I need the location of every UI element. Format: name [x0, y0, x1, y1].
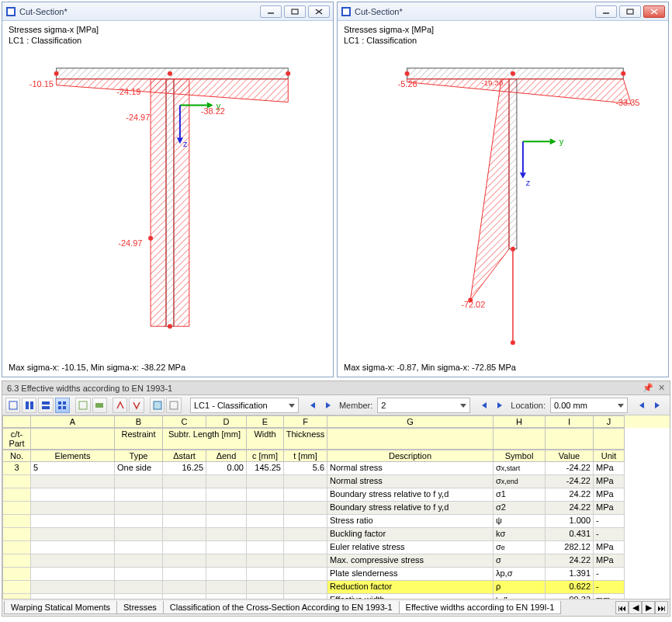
cell-unit[interactable]: MPa — [594, 462, 625, 475]
cell[interactable] — [163, 502, 206, 515]
next-lc-button[interactable] — [322, 399, 334, 412]
prev-location-button[interactable] — [636, 399, 648, 412]
cell-value[interactable]: 24.22 — [546, 488, 594, 502]
cell[interactable] — [115, 554, 163, 568]
cell[interactable] — [206, 502, 247, 515]
cell[interactable] — [206, 475, 247, 488]
cell[interactable] — [247, 568, 284, 581]
cell-description[interactable]: Plate slenderness — [327, 568, 494, 581]
cell[interactable] — [247, 475, 284, 488]
cell[interactable] — [247, 528, 284, 541]
toolbar-btn-5[interactable] — [75, 398, 90, 413]
cell[interactable] — [163, 488, 206, 502]
cell-symbol[interactable]: ρ — [494, 581, 546, 594]
cell-unit[interactable]: - — [594, 568, 625, 581]
cell-value[interactable]: 282.12 — [546, 541, 594, 554]
row-header[interactable]: 3 — [2, 462, 31, 475]
cell-description[interactable]: Max. compressive stress — [327, 554, 494, 568]
cell[interactable]: 5.6 — [284, 462, 327, 475]
scroll-first-icon[interactable]: ⏮ — [615, 601, 629, 614]
cell[interactable] — [247, 581, 284, 594]
cell-description[interactable]: Boundary stress relative to f y,d — [327, 502, 494, 515]
tab-warping[interactable]: Warping Statical Moments — [4, 601, 117, 614]
cell-value[interactable]: 0.431 — [546, 528, 594, 541]
toolbar-btn-10[interactable] — [166, 398, 181, 413]
cell[interactable] — [31, 528, 115, 541]
cell[interactable] — [284, 554, 327, 568]
cell[interactable] — [247, 554, 284, 568]
cell-description[interactable]: Stress ratio — [327, 515, 494, 528]
row-header[interactable] — [2, 488, 31, 502]
row-header[interactable] — [2, 528, 31, 541]
maximize-button[interactable] — [619, 5, 641, 18]
cell[interactable] — [284, 475, 327, 488]
cell[interactable] — [206, 488, 247, 502]
pin-icon[interactable]: 📌 — [643, 383, 653, 393]
cell[interactable] — [163, 515, 206, 528]
cell[interactable] — [115, 502, 163, 515]
scroll-last-icon[interactable]: ⏭ — [655, 601, 668, 614]
cell[interactable] — [31, 502, 115, 515]
cell[interactable]: 5 — [31, 462, 115, 475]
loadcase-combo[interactable]: LC1 - Classification — [187, 398, 302, 413]
cell[interactable] — [31, 488, 115, 502]
row-header[interactable] — [2, 554, 31, 568]
close-button[interactable] — [308, 5, 330, 18]
row-header[interactable] — [2, 581, 31, 594]
cell-value[interactable]: 24.22 — [546, 502, 594, 515]
toolbar-btn-9[interactable] — [150, 398, 165, 413]
cell[interactable] — [31, 475, 115, 488]
cell[interactable] — [163, 554, 206, 568]
cell[interactable] — [247, 488, 284, 502]
cell[interactable] — [284, 568, 327, 581]
titlebar[interactable]: Cut-Section* — [2, 2, 333, 21]
panel-header[interactable]: 6.3 Effective widths according to EN 199… — [2, 381, 670, 395]
cell[interactable] — [115, 515, 163, 528]
cell[interactable] — [206, 515, 247, 528]
minimize-button[interactable] — [260, 5, 282, 18]
cell-symbol[interactable]: σe — [494, 541, 546, 554]
cell-symbol[interactable]: kσ — [494, 528, 546, 541]
cell-description[interactable]: Buckling factor — [327, 528, 494, 541]
cell-value[interactable]: 0.622 — [546, 581, 594, 594]
cell-unit[interactable]: MPa — [594, 554, 625, 568]
member-combo[interactable]: 2 — [374, 398, 473, 413]
cell-unit[interactable]: MPa — [594, 541, 625, 554]
row-header[interactable] — [2, 502, 31, 515]
cell[interactable] — [115, 568, 163, 581]
cell[interactable] — [163, 541, 206, 554]
sheet-body[interactable]: 35One side16.250.00145.255.6Normal stres… — [2, 462, 670, 599]
scroll-prev-icon[interactable]: ◀ — [629, 601, 642, 614]
cell[interactable] — [115, 488, 163, 502]
tab-effective-widths[interactable]: Effective widths according to EN 199I-1 — [399, 601, 562, 614]
cell-value[interactable]: -24.22 — [546, 475, 594, 488]
cell[interactable] — [284, 541, 327, 554]
row-header[interactable] — [2, 541, 31, 554]
cell[interactable] — [31, 581, 115, 594]
cell-symbol[interactable]: σx,start — [494, 462, 546, 475]
cell[interactable] — [247, 515, 284, 528]
cell-description[interactable]: Boundary stress relative to f y,d — [327, 488, 494, 502]
row-header[interactable] — [2, 475, 31, 488]
cell-unit[interactable]: MPa — [594, 502, 625, 515]
cell-value[interactable]: 1.000 — [546, 515, 594, 528]
cell-unit[interactable]: - — [594, 581, 625, 594]
location-combo[interactable]: 0.00 mm — [547, 398, 631, 413]
cell[interactable] — [284, 488, 327, 502]
cell[interactable] — [206, 541, 247, 554]
next-location-button[interactable] — [651, 399, 663, 412]
cell-unit[interactable]: MPa — [594, 488, 625, 502]
cell[interactable]: 145.25 — [247, 462, 284, 475]
tab-classification[interactable]: Classification of the Cross-Section Acco… — [163, 601, 400, 614]
prev-member-button[interactable] — [478, 399, 490, 412]
next-member-button[interactable] — [494, 399, 506, 412]
cell[interactable] — [206, 568, 247, 581]
cell[interactable] — [31, 568, 115, 581]
toolbar-btn-4[interactable] — [55, 398, 70, 413]
titlebar[interactable]: Cut-Section* — [338, 2, 668, 21]
cell[interactable] — [247, 502, 284, 515]
cell[interactable] — [206, 581, 247, 594]
cell[interactable] — [31, 515, 115, 528]
prev-lc-button[interactable] — [307, 399, 319, 412]
cell[interactable] — [31, 554, 115, 568]
